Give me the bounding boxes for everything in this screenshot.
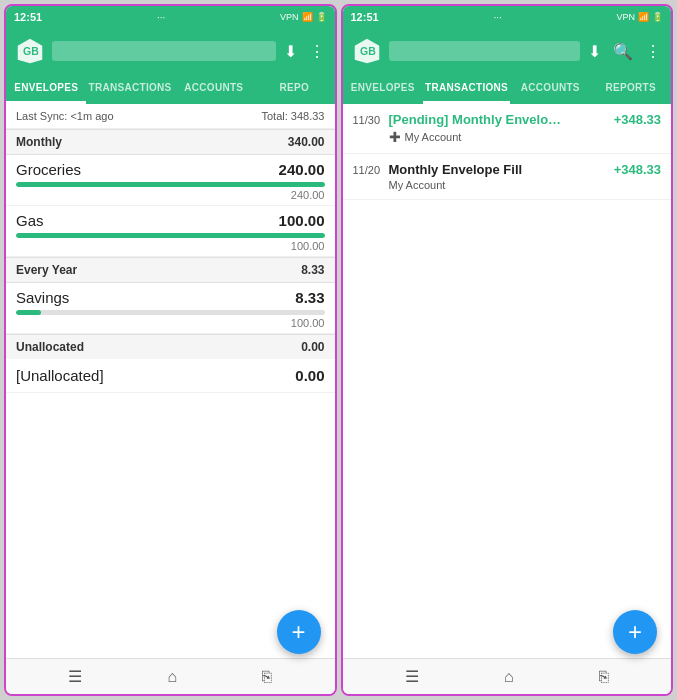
- unallocated-group-amount: 0.00: [301, 340, 324, 354]
- svg-text:GB: GB: [360, 45, 376, 57]
- gas-progress-fill: [16, 233, 325, 238]
- account-label-1: My Account: [405, 131, 462, 143]
- envelope-group-everyyear: Every Year 8.33: [6, 257, 335, 283]
- tab-transactions-right[interactable]: TRANSACTIONS: [423, 74, 510, 104]
- phone-right: 12:51 ··· VPN 📶 🔋 GB ⬇ 🔍 ⋮ ENVELOPES: [341, 4, 674, 696]
- envelope-gas[interactable]: Gas 100.00 100.00: [6, 206, 335, 257]
- app-bar-left: GB ⬇ ⋮: [6, 28, 335, 74]
- status-bar-left: 12:51 ··· VPN 📶 🔋: [6, 6, 335, 28]
- vpn-icon: VPN: [280, 12, 299, 22]
- groceries-name: Groceries: [16, 161, 81, 178]
- download-icon-right[interactable]: ⬇: [588, 42, 601, 61]
- groceries-amount: 240.00: [279, 161, 325, 178]
- groceries-progress-bar: [16, 182, 325, 187]
- tab-reports-left[interactable]: REPO: [254, 74, 334, 104]
- vpn-icon-right: VPN: [616, 12, 635, 22]
- nav-tabs-right: ENVELOPES TRANSACTIONS ACCOUNTS REPORTS: [343, 74, 672, 104]
- back-icon-right[interactable]: ⎘: [599, 668, 609, 686]
- envelope-group-monthly: Monthly 340.00: [6, 129, 335, 155]
- transaction-date-1: 11/30: [353, 112, 381, 126]
- more-icon-right[interactable]: ⋮: [645, 42, 661, 61]
- fab-right[interactable]: +: [613, 610, 657, 654]
- savings-progress-fill: [16, 310, 41, 315]
- transaction-item-1[interactable]: 11/30 [Pending] Monthly Envelo… ✚ My Acc…: [343, 104, 672, 154]
- fab-left[interactable]: +: [277, 610, 321, 654]
- gas-amount: 100.00: [279, 212, 325, 229]
- gas-progress-bar: [16, 233, 325, 238]
- status-bar-right: 12:51 ··· VPN 📶 🔋: [343, 6, 672, 28]
- transaction-body-2: Monthly Envelope Fill My Account: [389, 162, 606, 191]
- status-dots-left: ···: [157, 12, 165, 23]
- savings-amount: 8.33: [295, 289, 324, 306]
- sync-bar: Last Sync: <1m ago Total: 348.33: [6, 104, 335, 129]
- transaction-body-1: [Pending] Monthly Envelo… ✚ My Account: [389, 112, 606, 145]
- groceries-progress-fill: [16, 182, 325, 187]
- time-right: 12:51: [351, 11, 379, 23]
- app-logo-right: GB: [353, 37, 381, 65]
- bottom-nav-left: ☰ ⌂ ⎘: [6, 658, 335, 694]
- transaction-title-1: [Pending] Monthly Envelo…: [389, 112, 606, 127]
- tab-envelopes-right[interactable]: ENVELOPES: [343, 74, 423, 104]
- everyyear-label: Every Year: [16, 263, 77, 277]
- battery-icon: 🔋: [316, 12, 327, 22]
- svg-text:GB: GB: [23, 45, 39, 57]
- savings-sub: 100.00: [16, 317, 325, 329]
- transaction-account-1: ✚ My Account: [389, 129, 606, 145]
- envelope-savings[interactable]: Savings 8.33 100.00: [6, 283, 335, 334]
- app-bar-search-left: [52, 41, 276, 61]
- unallocated-group: Unallocated 0.00: [6, 334, 335, 359]
- download-icon-left[interactable]: ⬇: [284, 42, 297, 61]
- app-bar-actions-left: ⬇ ⋮: [284, 42, 325, 61]
- battery-icon-right: 🔋: [652, 12, 663, 22]
- app-bar-search-right: [389, 41, 581, 61]
- unallocated-item[interactable]: [Unallocated] 0.00: [6, 359, 335, 393]
- status-icons-left: VPN 📶 🔋: [280, 12, 327, 22]
- monthly-amount: 340.00: [288, 135, 325, 149]
- total-label: Total: 348.33: [262, 110, 325, 122]
- account-label-2: My Account: [389, 179, 446, 191]
- transaction-amount-2: +348.33: [614, 162, 661, 177]
- tab-transactions-left[interactable]: TRANSACTIONS: [86, 74, 173, 104]
- savings-name: Savings: [16, 289, 69, 306]
- gas-sub: 100.00: [16, 240, 325, 252]
- search-icon-right[interactable]: 🔍: [613, 42, 633, 61]
- monthly-label: Monthly: [16, 135, 62, 149]
- unallocated-group-label: Unallocated: [16, 340, 84, 354]
- transaction-account-2: My Account: [389, 179, 606, 191]
- time-left: 12:51: [14, 11, 42, 23]
- more-icon-left[interactable]: ⋮: [309, 42, 325, 61]
- content-left: Last Sync: <1m ago Total: 348.33 Monthly…: [6, 104, 335, 658]
- app-logo-left: GB: [16, 37, 44, 65]
- hamburger-icon-right[interactable]: ☰: [405, 667, 419, 686]
- transaction-item-2[interactable]: 11/20 Monthly Envelope Fill My Account +…: [343, 154, 672, 200]
- everyyear-amount: 8.33: [301, 263, 324, 277]
- tab-accounts-right[interactable]: ACCOUNTS: [510, 74, 590, 104]
- content-right: 11/30 [Pending] Monthly Envelo… ✚ My Acc…: [343, 104, 672, 658]
- wifi-icon: 📶: [302, 12, 313, 22]
- status-icons-right: VPN 📶 🔋: [616, 12, 663, 22]
- unallocated-amount: 0.00: [295, 367, 324, 384]
- tab-reports-right[interactable]: REPORTS: [591, 74, 671, 104]
- transaction-amount-1: +348.33: [614, 112, 661, 127]
- add-icon-1: ✚: [389, 129, 401, 145]
- transaction-date-2: 11/20: [353, 162, 381, 176]
- unallocated-name: [Unallocated]: [16, 367, 104, 384]
- phones-container: 12:51 ··· VPN 📶 🔋 GB ⬇ ⋮ ENVELOPES TRANS…: [0, 0, 677, 700]
- tab-accounts-left[interactable]: ACCOUNTS: [174, 74, 254, 104]
- envelope-groceries[interactable]: Groceries 240.00 240.00: [6, 155, 335, 206]
- groceries-sub: 240.00: [16, 189, 325, 201]
- nav-tabs-left: ENVELOPES TRANSACTIONS ACCOUNTS REPO: [6, 74, 335, 104]
- back-icon-left[interactable]: ⎘: [262, 668, 272, 686]
- home-icon-right[interactable]: ⌂: [504, 668, 514, 686]
- savings-progress-bar: [16, 310, 325, 315]
- gas-name: Gas: [16, 212, 44, 229]
- app-bar-right: GB ⬇ 🔍 ⋮: [343, 28, 672, 74]
- status-dots-right: ···: [493, 12, 501, 23]
- hamburger-icon-left[interactable]: ☰: [68, 667, 82, 686]
- tab-envelopes-left[interactable]: ENVELOPES: [6, 74, 86, 104]
- home-icon-left[interactable]: ⌂: [167, 668, 177, 686]
- sync-label: Last Sync: <1m ago: [16, 110, 114, 122]
- wifi-icon-right: 📶: [638, 12, 649, 22]
- transaction-title-2: Monthly Envelope Fill: [389, 162, 606, 177]
- app-bar-actions-right: ⬇ 🔍 ⋮: [588, 42, 661, 61]
